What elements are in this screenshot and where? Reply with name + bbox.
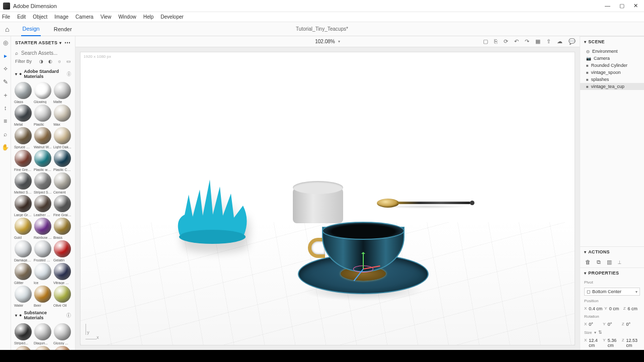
object-vintage-tea-cup[interactable] [298, 205, 429, 305]
category-substance-materials[interactable]: Substance Materials [24, 310, 64, 320]
rotation-y[interactable]: 0° [608, 322, 620, 327]
material-swatch[interactable]: Water [14, 286, 32, 307]
scene-item[interactable]: ■vintage_tea_cup [580, 83, 644, 90]
refresh-icon[interactable]: ⟳ [504, 38, 508, 45]
filter-materials-icon[interactable]: ◐ [48, 59, 52, 64]
position-z[interactable]: 6 cm [628, 306, 640, 311]
scene-item[interactable]: ■vintage_spoon [580, 69, 644, 76]
group-action-icon[interactable]: ▥ [607, 259, 612, 265]
duplicate-action-icon[interactable]: ⧉ [597, 259, 601, 265]
size-z[interactable]: 12.53 cm [626, 338, 640, 348]
align-ground-action-icon[interactable]: ⟂ [618, 259, 621, 265]
scene-item[interactable]: ■splashes [580, 76, 644, 83]
object-splashes[interactable] [170, 169, 255, 255]
search-input[interactable] [21, 50, 75, 56]
material-swatch[interactable]: Metal [14, 105, 32, 126]
filter-images-icon[interactable]: ▭ [66, 59, 71, 64]
menu-edit[interactable]: Edit [17, 14, 26, 20]
material-swatch[interactable]: Frosted Gl... [34, 240, 52, 262]
material-swatch[interactable]: Glowing [34, 82, 52, 104]
delete-action-icon[interactable]: 🗑 [585, 259, 591, 265]
category-adobe-materials[interactable]: Adobe Standard Materials [24, 69, 65, 79]
minimize-button[interactable]: — [605, 3, 610, 9]
material-swatch[interactable] [34, 346, 52, 350]
menu-image[interactable]: Image [54, 14, 68, 20]
chevron-down-icon[interactable]: ▾ [338, 39, 340, 44]
expand-icon[interactable]: ▾ [15, 313, 17, 318]
material-swatch[interactable]: Large Gras... [14, 195, 32, 217]
menu-window[interactable]: Window [118, 14, 136, 20]
material-swatch[interactable]: Gold [14, 218, 32, 239]
maximize-button[interactable]: ▢ [619, 3, 624, 9]
chevron-down-icon[interactable]: ▾ [59, 41, 61, 45]
material-swatch[interactable]: Light Oak... [53, 127, 71, 149]
sampler-tool-icon[interactable]: ✎ [2, 78, 9, 85]
menu-object[interactable]: Object [33, 14, 47, 20]
hand-tool-icon[interactable]: ✋ [2, 144, 9, 151]
material-swatch[interactable]: Walnut W... [34, 127, 52, 149]
material-swatch[interactable]: Plastic Can... [53, 150, 71, 171]
material-swatch[interactable]: Striped... [14, 323, 32, 345]
align-tool-icon[interactable]: ≡ [2, 118, 9, 125]
menu-developer[interactable]: Developer [160, 14, 184, 20]
menu-view[interactable]: View [101, 14, 112, 20]
scene-item[interactable]: ■Rounded Cylinder [580, 62, 644, 69]
chevron-down-icon[interactable]: ▾ [594, 330, 596, 335]
tab-render[interactable]: Render [53, 23, 73, 36]
material-swatch[interactable]: Cement [53, 172, 71, 194]
scene-item[interactable]: 📷Camera [580, 55, 644, 62]
material-swatch[interactable]: Matte [53, 82, 71, 104]
assets-header[interactable]: STARTER ASSETS [15, 40, 57, 45]
material-swatch[interactable]: Melted Sn... [14, 172, 32, 194]
material-swatch[interactable]: Fine Grain... [53, 195, 71, 217]
material-swatch[interactable]: Plastic [34, 105, 52, 126]
filter-models-icon[interactable]: ◑ [39, 59, 43, 64]
select-tool-icon[interactable]: ▸ [2, 52, 9, 59]
filter-lights-icon[interactable]: ☼ [57, 59, 61, 64]
material-swatch[interactable]: Diagon... [34, 323, 52, 345]
material-swatch[interactable]: Damaged ... [14, 240, 32, 262]
material-swatch[interactable]: Fine Green... [14, 150, 32, 171]
rotation-z[interactable]: 0° [626, 322, 638, 327]
material-swatch[interactable]: Glossy ... [53, 323, 71, 345]
cloud-icon[interactable]: ☁ [557, 38, 562, 45]
material-swatch[interactable] [14, 346, 32, 350]
material-swatch[interactable]: Ice [34, 263, 52, 285]
add-tool-icon[interactable]: ＋ [2, 92, 9, 99]
3d-viewport[interactable]: 1920 x 1080 px [80, 52, 575, 345]
menu-camera[interactable]: Camera [75, 14, 94, 20]
magic-wand-tool-icon[interactable]: ✧ [2, 65, 9, 72]
redo-camera-icon[interactable]: ↷ [525, 38, 529, 45]
material-swatch[interactable]: Glass [14, 82, 32, 104]
size-x[interactable]: 12.4 cm [589, 338, 601, 348]
material-swatch[interactable]: Wax [53, 105, 71, 126]
transform-gizmo[interactable] [348, 254, 378, 284]
pivot-select[interactable]: ◻ Bottom Center ▾ [584, 288, 640, 296]
home-button[interactable]: ⌂ [5, 25, 9, 33]
share-icon[interactable]: ⇪ [546, 38, 551, 45]
assets-more-icon[interactable]: ⋯ [64, 39, 71, 46]
menu-help[interactable]: Help [143, 14, 154, 20]
position-y[interactable]: 0 cm [609, 306, 621, 311]
info-icon[interactable]: i [67, 71, 71, 76]
material-swatch[interactable]: Brass [53, 218, 71, 239]
tab-design[interactable]: Design [21, 22, 40, 36]
orbit-tool-icon[interactable]: ◎ [2, 39, 9, 46]
scene-item[interactable]: ◍Environment [580, 48, 644, 55]
zoom-level[interactable]: 102.08% [315, 39, 335, 44]
close-button[interactable]: ✕ [633, 3, 638, 9]
material-swatch[interactable]: Olive Oil [53, 286, 71, 307]
render-preview-icon[interactable]: ▦ [535, 38, 540, 45]
material-swatch[interactable]: Rainbow A... [34, 218, 52, 239]
material-swatch[interactable]: Vitrage Gl... [53, 263, 71, 285]
zoom-tool-icon[interactable]: ⌕ [2, 131, 9, 138]
info-icon[interactable]: i [66, 313, 71, 318]
camera-bookmark-icon[interactable]: ⎘ [494, 38, 498, 45]
size-y[interactable]: 5.36 cm [608, 338, 620, 348]
material-swatch[interactable]: Plastic wit... [34, 150, 52, 171]
undo-camera-icon[interactable]: ↶ [514, 38, 519, 45]
material-swatch[interactable]: Glitter [14, 263, 32, 285]
menu-file[interactable]: File [2, 14, 10, 20]
marquee-icon[interactable]: ▢ [483, 38, 488, 45]
rotation-x[interactable]: 0° [589, 322, 601, 327]
